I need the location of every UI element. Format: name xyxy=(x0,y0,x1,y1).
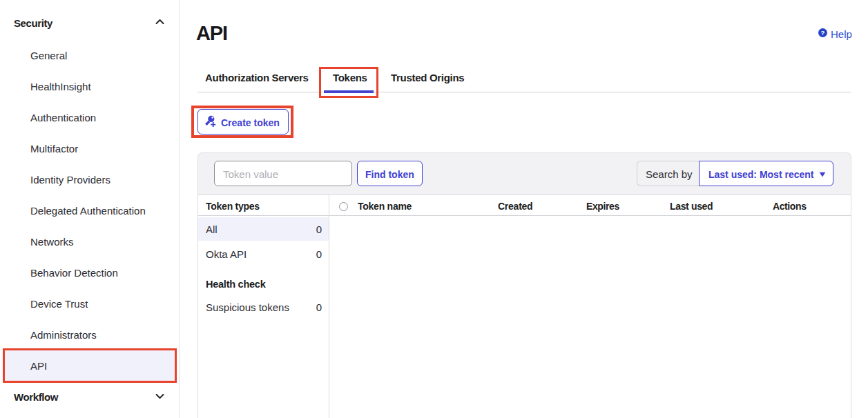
svg-text:?: ? xyxy=(821,29,825,37)
